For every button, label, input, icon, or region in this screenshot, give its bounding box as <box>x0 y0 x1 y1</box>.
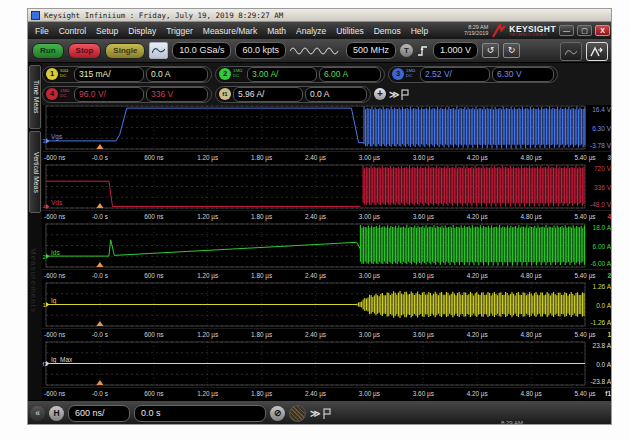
memory-depth-field[interactable]: 60.0 kpts <box>235 42 286 59</box>
search-icon[interactable] <box>289 405 306 422</box>
channel-1-badge[interactable]: 1 <box>46 68 58 80</box>
y-tick-label: 18.0 A <box>593 224 611 231</box>
waveform-plot-vgs[interactable]: 3Vgs <box>42 105 612 151</box>
function-1-badge[interactable]: f1 <box>219 88 231 100</box>
x-tick-label: -0.0 s <box>92 213 108 220</box>
tab-time-meas[interactable]: Time Meas <box>29 65 41 129</box>
channel-2-badge[interactable]: 2 <box>219 68 231 80</box>
infiniium-window: Keysight Infiniium : Friday, July 19, 20… <box>27 8 612 425</box>
menu-item-display[interactable]: Display <box>124 24 160 38</box>
waveform-panel-ig[interactable]: 1Ig1.26 A0.0 A-1.26 A-600 ns-0.0 s600 ns… <box>42 282 612 341</box>
collapse-left-icon[interactable]: « <box>30 406 45 421</box>
x-tick-label: 4.80 µs <box>521 272 542 279</box>
x-tick-label: 3.00 µs <box>359 272 380 279</box>
x-axis-row: -600 ns-0.0 s600 ns1.20 µs1.80 µs2.40 µs… <box>42 387 612 401</box>
pin-icon[interactable] <box>401 89 410 100</box>
minimize-button[interactable]: — <box>559 25 574 36</box>
trigger-level-field[interactable]: 1.000 V <box>433 42 478 59</box>
x-tick-label: 4.20 µs <box>467 331 488 338</box>
menu-item-analyze[interactable]: Analyze <box>292 24 330 38</box>
autoscale-icon[interactable] <box>149 42 168 59</box>
channel-2-scale-field[interactable]: 3.00 A/ <box>247 67 317 82</box>
waveform-plot-ig_max[interactable]: f1Ig_Max <box>42 341 612 387</box>
bandwidth-field[interactable]: 500 MHz <box>346 42 396 59</box>
waveform-panel-ig_max[interactable]: f1Ig_Max23.8 A0.0 A-23.8 A-600 ns-0.0 s6… <box>42 341 612 400</box>
panel-channel-badge[interactable]: 3 <box>607 154 611 161</box>
x-axis-row: -600 ns-0.0 s600 ns1.20 µs1.80 µs2.40 µs… <box>42 269 612 283</box>
trigger-edge-icon[interactable] <box>417 45 429 57</box>
waveform-panel-vgs[interactable]: 3Vgs16.4 V6.30 V-3.78 V-600 ns-0.0 s600 … <box>42 105 612 164</box>
hbar-pin-icon[interactable] <box>323 408 332 419</box>
channel-2-coupling: 1MΩ DC <box>233 69 245 78</box>
expand-hbar-icon[interactable]: ≫ <box>310 408 319 419</box>
menu-item-file[interactable]: File <box>31 24 53 38</box>
channel-3-badge[interactable]: 3 <box>392 68 404 80</box>
waveform-plot-ids[interactable]: 2Ids <box>42 223 612 269</box>
panel-channel-badge[interactable]: f1 <box>605 390 611 397</box>
menu-item-demos[interactable]: Demos <box>370 24 405 38</box>
redo-button[interactable]: ↻ <box>503 43 520 58</box>
undo-button[interactable]: ↺ <box>482 43 499 58</box>
screenshot-stage: Keysight Infiniium : Friday, July 19, 20… <box>0 0 630 440</box>
clock-date: 7/19/2019 <box>464 31 488 37</box>
channel-3-scale-field[interactable]: 2.52 V/ <box>420 67 490 82</box>
touch-icon[interactable] <box>560 42 582 61</box>
channel-4-badge[interactable]: 4 <box>46 88 58 100</box>
x-tick-label: 4.80 µs <box>521 390 542 397</box>
x-tick-label: 1.20 µs <box>197 213 218 220</box>
menu-item-math[interactable]: Math <box>263 24 290 38</box>
single-button[interactable]: Single <box>105 43 145 59</box>
channel-3-group: 3 1MΩ DC 2.52 V/ 6.30 V <box>388 66 558 83</box>
run-button[interactable]: Run <box>32 43 64 59</box>
function-1-offset-field[interactable]: 0.0 A <box>305 87 367 102</box>
channel-1-scale-field[interactable]: 315 mA/ <box>74 67 144 82</box>
x-tick-label: 1.20 µs <box>197 272 218 279</box>
channel-4-offset-field[interactable]: 336 V <box>146 87 208 102</box>
x-tick-label: -600 ns <box>44 154 65 161</box>
channel-1-offset-field[interactable]: 0.0 A <box>146 67 208 82</box>
x-tick-label: -0.0 s <box>92 154 108 161</box>
channel-4-scale-field[interactable]: 96.0 V/ <box>74 87 144 102</box>
window-title-bar[interactable]: Keysight Infiniium : Friday, July 19, 20… <box>28 9 611 22</box>
close-button[interactable]: X <box>595 25 610 36</box>
x-tick-label: 600 ns <box>144 154 163 161</box>
trigger-source-icon[interactable]: T <box>400 44 413 57</box>
tab-vertical-meas[interactable]: Vertical Meas <box>29 131 41 213</box>
sample-rate-field[interactable]: 10.0 GSa/s <box>172 42 231 59</box>
x-axis-row: -600 ns-0.0 s600 ns1.20 µs1.80 µs2.40 µs… <box>42 210 612 224</box>
menu-item-setup[interactable]: Setup <box>92 24 122 38</box>
horizontal-position-field[interactable]: 0.0 s <box>134 405 266 422</box>
waveform-cursor-icon[interactable] <box>586 42 608 61</box>
svg-text:Vgs: Vgs <box>51 133 63 141</box>
zoom-icon[interactable]: ⊘ <box>270 406 285 421</box>
horizontal-settings-button[interactable]: H <box>49 406 64 421</box>
waveform-display-area[interactable]: 3Vgs16.4 V6.30 V-3.78 V-600 ns-0.0 s600 … <box>42 105 612 400</box>
menu-item-utilities[interactable]: Utilities <box>332 24 367 38</box>
waveform-panel-vds[interactable]: 4Vds720 V336 V-48.0 V-600 ns-0.0 s600 ns… <box>42 164 612 223</box>
timebase-field[interactable]: 600 ns/ <box>68 405 130 422</box>
panel-channel-badge[interactable]: 1 <box>607 331 611 338</box>
x-tick-label: 2.40 µs <box>305 390 326 397</box>
menu-item-help[interactable]: Help <box>407 24 432 38</box>
clock: 8:29 AM 7/19/2019 <box>464 25 488 36</box>
panel-channel-badge[interactable]: 4 <box>607 213 611 220</box>
channel-2-offset-field[interactable]: 6.00 A <box>319 67 381 82</box>
y-tick-label: 6.00 A <box>593 243 611 250</box>
menu-item-control[interactable]: Control <box>55 24 90 38</box>
keysight-logo: KEYSIGHT TECHNOLOGIES <box>491 24 556 38</box>
menu-item-trigger[interactable]: Trigger <box>162 24 197 38</box>
function-1-scale-field[interactable]: 5.96 A/ <box>233 87 303 102</box>
x-tick-label: -600 ns <box>44 213 65 220</box>
expand-meas-icon[interactable]: ≫ <box>389 89 398 100</box>
stop-button[interactable]: Stop <box>68 43 102 59</box>
panel-channel-badge[interactable]: 2 <box>607 272 611 279</box>
waveform-plot-ig[interactable]: 1Ig <box>42 282 612 328</box>
maximize-button[interactable]: ▢ <box>577 25 592 36</box>
menu-item-measuremark[interactable]: Measure/Mark <box>199 24 261 38</box>
waveform-plot-vds[interactable]: 4Vds <box>42 164 612 210</box>
add-waveform-button[interactable]: + <box>374 88 386 100</box>
channel-3-offset-field[interactable]: 6.30 V <box>492 67 554 82</box>
x-tick-label: 1.20 µs <box>197 331 218 338</box>
y-tick-label: 336 V <box>594 184 611 191</box>
waveform-panel-ids[interactable]: 2Ids18.0 A6.00 A-6.00 A-600 ns-0.0 s600 … <box>42 223 612 282</box>
